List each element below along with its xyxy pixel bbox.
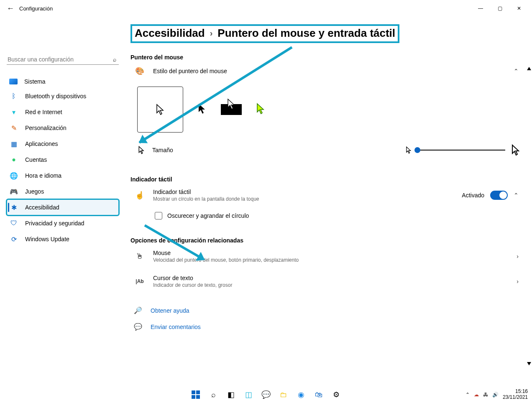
slider-thumb[interactable] (414, 147, 420, 153)
toggle-knob (499, 191, 507, 199)
sidebar-item-system[interactable]: Sistema (7, 75, 119, 88)
palette-icon: 🎨 (134, 66, 146, 76)
search-input[interactable] (8, 56, 113, 63)
wifi-icon: ▾ (9, 107, 18, 117)
scroll-down-icon (527, 362, 531, 365)
sidebar-item-games[interactable]: 🎮Juegos (7, 184, 119, 199)
sidebar-item-label: Aplicaciones (25, 140, 58, 147)
person-icon: ● (9, 155, 18, 164)
sidebar-item-label: Juegos (25, 188, 44, 195)
gamepad-icon: 🎮 (9, 187, 18, 196)
scrollbar[interactable] (527, 67, 531, 365)
breadcrumb-current: Puntero del mouse y entrada táctil (217, 27, 395, 40)
sidebar-item-bluetooth[interactable]: ᛒBluetooth y dispositivos (7, 88, 119, 104)
store-icon: 🛍 (315, 390, 322, 399)
chevron-up-icon: ⌃ (514, 68, 519, 74)
feedback-icon: 💬 (133, 323, 143, 331)
darken-circle-row[interactable]: Oscurecer y agrandar el círculo (130, 208, 522, 224)
darken-label: Oscurecer y agrandar el círculo (167, 212, 249, 219)
sidebar-item-accessibility[interactable]: ✱Accesibilidad (7, 199, 119, 215)
pointer-style-inverted[interactable] (221, 104, 242, 115)
sidebar-item-label: Hora e idioma (25, 172, 61, 179)
pointer-style-white[interactable] (137, 87, 183, 133)
taskbar-store[interactable]: 🛍 (313, 389, 324, 400)
help-label: Obtener ayuda (151, 307, 189, 314)
touch-icon: ☝ (134, 191, 146, 200)
related-mouse-sub: Velocidad del puntero del mouse, botón p… (153, 257, 299, 263)
related-section-heading: Opciones de configuración relacionadas (130, 237, 522, 244)
clock-time: 15:16 (503, 389, 528, 395)
sidebar-item-label: Privacidad y seguridad (25, 220, 84, 227)
feedback-label: Enviar comentarios (151, 324, 201, 330)
pointer-style-custom[interactable] (256, 103, 265, 116)
maximize-icon: ▢ (498, 5, 502, 11)
pointer-size-row: Tamaño (130, 141, 522, 165)
content-pane: Accesibilidad › Puntero del mouse y entr… (125, 17, 532, 386)
apps-icon: ▦ (9, 139, 18, 148)
sidebar-item-privacy[interactable]: 🛡Privacidad y seguridad (7, 215, 119, 231)
maximize-button[interactable]: ▢ (490, 1, 509, 15)
sidebar: ⌕ Sistema ᛒBluetooth y dispositivos ▾Red… (0, 17, 125, 386)
size-label: Tamaño (152, 147, 173, 153)
send-feedback-link[interactable]: 💬 Enviar comentarios (130, 319, 522, 335)
cursor-green-icon (256, 103, 265, 115)
widgets-icon: ◫ (245, 390, 252, 399)
related-textcursor-row[interactable]: |Ab Cursor de texto Indicador de cursor … (130, 269, 522, 294)
sidebar-item-network[interactable]: ▾Red e Internet (7, 104, 119, 120)
sidebar-item-time[interactable]: 🌐Hora e idioma (7, 168, 119, 184)
gear-icon: ⚙ (333, 390, 340, 399)
close-button[interactable]: ✕ (509, 1, 529, 15)
darken-checkbox[interactable] (155, 212, 162, 219)
mouse-icon: 🖱 (134, 252, 146, 261)
pointer-style-row[interactable]: 🎨 Estilo del puntero del mouse ⌃ (130, 61, 522, 82)
tray-network-icon[interactable]: 🖧 (483, 392, 488, 398)
window-controls: — ▢ ✕ (471, 1, 529, 15)
chat-icon: 💬 (261, 390, 271, 399)
start-button[interactable] (190, 389, 201, 400)
minimize-icon: — (478, 5, 483, 11)
related-mouse-title: Mouse (153, 250, 299, 256)
chevron-up-icon: ⌃ (514, 192, 519, 199)
search-input-wrap[interactable]: ⌕ (7, 54, 119, 65)
textcursor-icon: |Ab (134, 278, 146, 284)
system-tray[interactable]: ⌃ ☁ 🖧 🔊 15:16 23/11/2021 (466, 389, 528, 400)
close-icon: ✕ (517, 5, 521, 11)
size-slider[interactable] (417, 150, 505, 150)
taskbar-widgets[interactable]: ◫ (243, 389, 254, 400)
related-textcursor-sub: Indicador de cursor de texto, grosor (153, 282, 232, 288)
cursor-max-icon (511, 144, 520, 156)
tray-onedrive-icon[interactable]: ☁ (474, 392, 479, 398)
touch-toggle[interactable] (490, 191, 508, 200)
cursor-min-icon (406, 146, 412, 154)
back-button[interactable]: ← (3, 1, 18, 15)
taskbar-chat[interactable]: 💬 (261, 389, 271, 400)
taskbar-search[interactable]: ⌕ (208, 389, 219, 400)
taskbar-edge[interactable]: ◉ (296, 389, 307, 400)
globe-icon: 🌐 (9, 171, 18, 180)
related-textcursor-title: Cursor de texto (153, 275, 232, 281)
taskbar-settings[interactable]: ⚙ (331, 389, 342, 400)
related-mouse-row[interactable]: 🖱 Mouse Velocidad del puntero del mouse,… (130, 244, 522, 269)
sidebar-item-personalization[interactable]: ✎Personalización (7, 120, 119, 136)
taskbar: ⌕ ◧ ◫ 💬 🗀 ◉ 🛍 ⚙ ⌃ ☁ 🖧 🔊 15:16 23/11/2021 (0, 386, 532, 403)
minimize-button[interactable]: — (471, 1, 490, 15)
breadcrumb-parent[interactable]: Accesibilidad (135, 27, 205, 40)
sidebar-item-apps[interactable]: ▦Aplicaciones (7, 136, 119, 152)
taskbar-clock[interactable]: 15:16 23/11/2021 (503, 389, 528, 400)
cursor-white-icon (156, 104, 165, 115)
taskbar-taskview[interactable]: ◧ (225, 389, 236, 400)
sidebar-item-label: Accesibilidad (25, 204, 59, 211)
taskbar-explorer[interactable]: 🗀 (278, 389, 289, 400)
get-help-link[interactable]: 🔎 Obtener ayuda (130, 302, 522, 319)
sidebar-item-label: Red e Internet (25, 109, 62, 115)
touch-indicator-row[interactable]: ☝ Indicador táctil Mostrar un círculo en… (130, 183, 522, 208)
sidebar-item-accounts[interactable]: ●Cuentas (7, 152, 119, 168)
pointer-section-heading: Puntero del mouse (130, 54, 522, 61)
touch-section-heading: Indicador táctil (130, 176, 522, 183)
chevron-right-icon: › (517, 278, 519, 285)
chevron-up-icon[interactable]: ⌃ (466, 392, 470, 398)
sidebar-item-update[interactable]: ⟳Windows Update (7, 231, 119, 247)
sidebar-item-label: Cuentas (25, 156, 47, 163)
chevron-right-icon: › (517, 253, 519, 260)
tray-volume-icon[interactable]: 🔊 (492, 392, 499, 398)
